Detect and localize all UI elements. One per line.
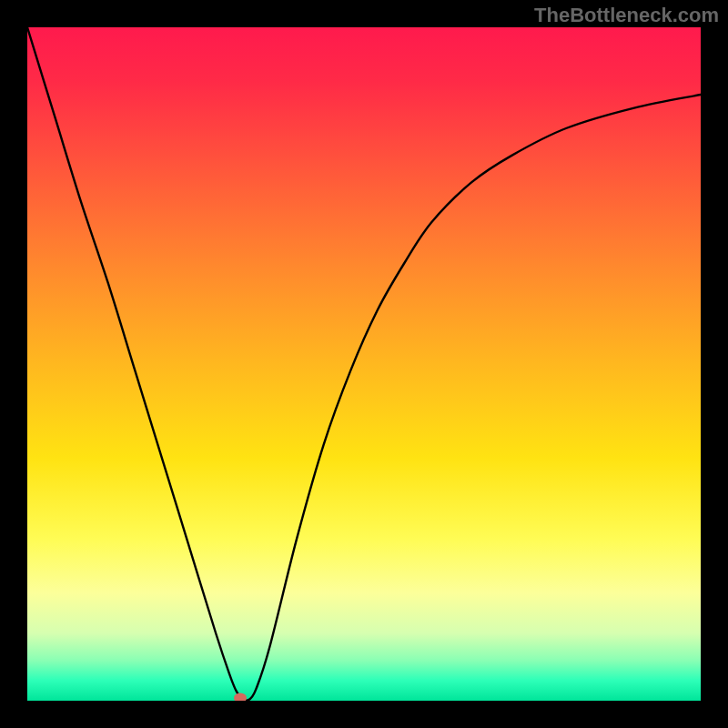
bottleneck-curve (27, 27, 701, 701)
optimum-marker (234, 693, 247, 701)
plot-area (27, 27, 701, 701)
watermark-text: TheBottleneck.com (534, 4, 719, 27)
